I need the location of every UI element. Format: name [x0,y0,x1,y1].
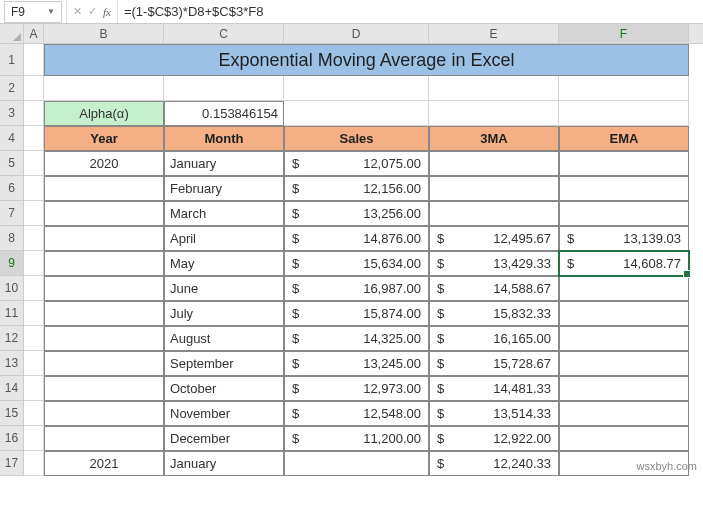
row-header-7[interactable]: 7 [0,201,24,226]
cell[interactable] [44,76,164,101]
cell[interactable]: $12,075.00 [284,151,429,176]
cancel-icon[interactable]: ✕ [73,5,82,18]
year-cell[interactable]: 2020 [44,151,164,176]
cell[interactable] [559,351,689,376]
cell[interactable] [559,326,689,351]
month-cell[interactable]: September [164,351,284,376]
cell[interactable] [284,76,429,101]
cell[interactable]: $16,165.00 [429,326,559,351]
row-header-2[interactable]: 2 [0,76,24,101]
row-header-8[interactable]: 8 [0,226,24,251]
column-header-year[interactable]: Year [44,126,164,151]
cell[interactable]: $12,156.00 [284,176,429,201]
cell[interactable] [24,251,44,276]
column-header-sales[interactable]: Sales [284,126,429,151]
cell[interactable]: $14,481.33 [429,376,559,401]
cell[interactable] [284,451,429,476]
cell[interactable] [429,151,559,176]
cell[interactable] [24,151,44,176]
cell[interactable] [24,376,44,401]
year-cell[interactable] [44,276,164,301]
year-cell[interactable] [44,251,164,276]
cell[interactable]: $14,588.67 [429,276,559,301]
formula-input[interactable]: =(1-$C$3)*D8+$C$3*F8 [118,2,703,21]
cell[interactable]: $13,429.33 [429,251,559,276]
row-header-12[interactable]: 12 [0,326,24,351]
column-header-E[interactable]: E [429,24,559,43]
alpha-label[interactable]: Alpha(α) [44,101,164,126]
cell[interactable] [24,326,44,351]
month-cell[interactable]: October [164,376,284,401]
row-header-13[interactable]: 13 [0,351,24,376]
row-header-16[interactable]: 16 [0,426,24,451]
column-header-ma3[interactable]: 3MA [429,126,559,151]
cell[interactable] [559,101,689,126]
cell[interactable]: $15,832.33 [429,301,559,326]
year-cell[interactable] [44,301,164,326]
cell[interactable]: $15,874.00 [284,301,429,326]
year-cell[interactable] [44,351,164,376]
cell[interactable] [24,351,44,376]
alpha-value[interactable]: 0.153846154 [164,101,284,126]
month-cell[interactable]: May [164,251,284,276]
cell[interactable]: $15,634.00 [284,251,429,276]
year-cell[interactable] [44,426,164,451]
cell[interactable]: $13,245.00 [284,351,429,376]
active-cell[interactable]: $14,608.77 [559,251,689,276]
row-header-1[interactable]: 1 [0,44,24,76]
row-header-5[interactable]: 5 [0,151,24,176]
select-all-corner[interactable] [0,24,24,44]
cell[interactable] [559,401,689,426]
row-header-3[interactable]: 3 [0,101,24,126]
cell[interactable] [429,76,559,101]
cell[interactable] [24,101,44,126]
cell[interactable] [559,201,689,226]
column-header-B[interactable]: B [44,24,164,43]
cell[interactable]: $12,922.00 [429,426,559,451]
month-cell[interactable]: November [164,401,284,426]
cell[interactable] [24,426,44,451]
cell[interactable] [24,176,44,201]
column-header-ema[interactable]: EMA [559,126,689,151]
cell[interactable]: $13,514.33 [429,401,559,426]
spreadsheet-grid[interactable]: ABCDEF 1Exponential Moving Average in Ex… [0,24,703,476]
cell[interactable]: $12,548.00 [284,401,429,426]
cell[interactable] [24,44,44,76]
cell[interactable] [559,76,689,101]
cell[interactable]: $11,200.00 [284,426,429,451]
cell[interactable]: $13,256.00 [284,201,429,226]
row-header-15[interactable]: 15 [0,401,24,426]
cell[interactable] [559,376,689,401]
cell[interactable] [24,226,44,251]
cell[interactable]: $13,139.03 [559,226,689,251]
month-cell[interactable]: February [164,176,284,201]
month-cell[interactable]: June [164,276,284,301]
year-cell[interactable] [44,401,164,426]
accept-icon[interactable]: ✓ [88,5,97,18]
page-title[interactable]: Exponential Moving Average in Excel [44,44,689,76]
cell[interactable] [559,301,689,326]
cell[interactable] [429,101,559,126]
column-header-A[interactable]: A [24,24,44,43]
year-cell[interactable]: 2021 [44,451,164,476]
cell[interactable] [24,301,44,326]
cell[interactable] [559,151,689,176]
cell[interactable]: $12,973.00 [284,376,429,401]
month-cell[interactable]: April [164,226,284,251]
cell[interactable]: $16,987.00 [284,276,429,301]
row-header-6[interactable]: 6 [0,176,24,201]
month-cell[interactable]: July [164,301,284,326]
row-header-10[interactable]: 10 [0,276,24,301]
cell[interactable] [559,176,689,201]
month-cell[interactable]: January [164,451,284,476]
cell[interactable]: $12,495.67 [429,226,559,251]
cell[interactable] [24,276,44,301]
chevron-down-icon[interactable]: ▼ [47,7,55,16]
row-header-14[interactable]: 14 [0,376,24,401]
cell[interactable] [24,401,44,426]
year-cell[interactable] [44,326,164,351]
column-header-month[interactable]: Month [164,126,284,151]
month-cell[interactable]: March [164,201,284,226]
cell[interactable]: $12,240.33 [429,451,559,476]
cell[interactable] [164,76,284,101]
